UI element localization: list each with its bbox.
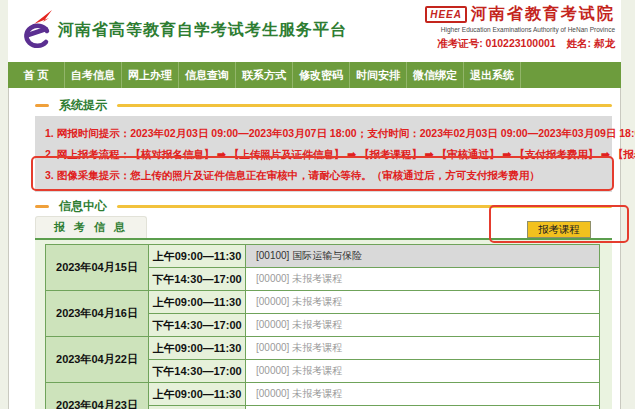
nav-item-contact[interactable]: 联系方式	[236, 62, 293, 88]
annotation-highlight-image-review	[31, 156, 614, 191]
nav-item-wechat-bind[interactable]: 微信绑定	[407, 62, 464, 88]
schedule-time-cell: 上午09:00—11:30	[149, 383, 246, 406]
nav-item-time-schedule[interactable]: 时间安排	[350, 62, 407, 88]
nav-item-change-password[interactable]: 修改密码	[293, 62, 350, 88]
table-row: 2023年04月23日 上午09:00—11:30 [00000] 未报考课程	[46, 383, 600, 406]
tip-line-registration-time: 1. 网报时间提示：2023年02月03日 09:00—2023年03月07日 …	[45, 123, 612, 144]
site-logo-icon	[18, 9, 56, 53]
schedule-date-cell: 2023年04月23日	[46, 383, 149, 409]
exam-id: 准考证号: 010223100001	[437, 37, 556, 49]
nav-item-logout[interactable]: 退出系统	[464, 62, 521, 88]
schedule-time-cell: 上午09:00—11:30	[149, 337, 246, 360]
schedule-time-cell: 下午14:30—17:00	[149, 360, 246, 383]
nav-item-selfexam-info[interactable]: 自考信息	[65, 62, 122, 88]
authority-block: HEEA 河南省教育考试院 Higher Education Examinati…	[387, 4, 615, 51]
exam-schedule-table: 2023年04月15日 上午09:00—11:30 [00100] 国际运输与保…	[45, 244, 600, 409]
section-dash	[35, 104, 49, 107]
tab-registration-info[interactable]: 报 考 信 息	[35, 216, 147, 238]
schedule-time-cell	[149, 406, 246, 409]
authority-name: 河南省教育考试院	[471, 4, 615, 25]
schedule-time-cell: 上午09:00—11:30	[149, 245, 246, 268]
annotation-highlight-register-button	[489, 205, 629, 243]
schedule-course-cell: [00000] 未报考课程	[246, 268, 600, 291]
schedule-time-cell: 上午09:00—11:30	[149, 291, 246, 314]
system-tips-header: 系统提示	[35, 98, 612, 112]
schedule-course-cell: [00000] 未报考课程	[246, 291, 600, 314]
schedule-course-cell: [00000] 未报考课程	[246, 360, 600, 383]
schedule-date-cell: 2023年04月15日	[46, 245, 149, 291]
main-nav: 首 页 自考信息 网上办理 信息查询 联系方式 修改密码 时间安排 微信绑定 退…	[8, 62, 621, 88]
site-header: 河南省高等教育自学考试考生服务平台 HEEA 河南省教育考试院 Higher E…	[8, 0, 621, 62]
heea-logo-icon: HEEA	[425, 6, 467, 23]
nav-item-online-service[interactable]: 网上办理	[122, 62, 179, 88]
table-row: 2023年04月16日 上午09:00—11:30 [00000] 未报考课程	[46, 291, 600, 314]
authority-name-en: Higher Education Examinations Authority …	[387, 26, 615, 33]
candidate-name: 姓名: 郝龙	[567, 37, 615, 49]
info-center-title: 信息中心	[59, 198, 107, 215]
table-row: 2023年04月15日 上午09:00—11:30 [00100] 国际运输与保…	[46, 245, 600, 268]
nav-filler	[521, 62, 621, 88]
schedule-course-cell: [00000] 未报考课程	[246, 314, 600, 337]
candidate-info: 准考证号: 010223100001 姓名: 郝龙	[387, 37, 615, 51]
page-title: 河南省高等教育自学考试考生服务平台	[58, 20, 347, 41]
schedule-course-cell	[246, 406, 600, 409]
table-row: 2023年04月22日 上午09:00—11:30 [00000] 未报考课程	[46, 337, 600, 360]
schedule-time-cell: 下午14:30—17:00	[149, 314, 246, 337]
schedule-date-cell: 2023年04月16日	[46, 291, 149, 337]
schedule-course-cell: [00000] 未报考课程	[246, 383, 600, 406]
nav-item-info-query[interactable]: 信息查询	[179, 62, 236, 88]
schedule-panel: 2023年04月15日 上午09:00—11:30 [00100] 国际运输与保…	[35, 240, 612, 409]
section-divider	[117, 104, 612, 107]
system-tips-title: 系统提示	[59, 97, 107, 114]
nav-item-home[interactable]: 首 页	[8, 62, 65, 88]
schedule-course-cell: [00000] 未报考课程	[246, 337, 600, 360]
schedule-date-cell: 2023年04月22日	[46, 337, 149, 383]
section-dash	[35, 205, 49, 208]
schedule-course-cell: [00100] 国际运输与保险	[246, 245, 600, 268]
schedule-time-cell: 下午14:30—17:00	[149, 268, 246, 291]
